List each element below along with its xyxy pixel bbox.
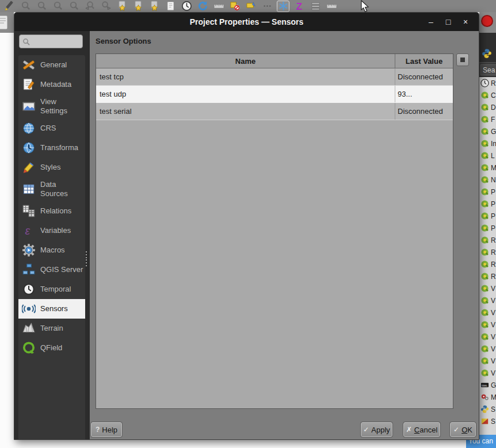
temporal-controller-icon[interactable] (180, 1, 193, 12)
zoom-native-icon[interactable] (51, 1, 64, 12)
processing-list-item[interactable]: V (479, 331, 496, 343)
measure-ruler-icon[interactable] (325, 1, 338, 12)
new-annotation-icon[interactable] (245, 1, 257, 12)
cell-name[interactable]: test tcp (96, 68, 395, 85)
processing-list-item[interactable]: C (479, 89, 496, 101)
processing-list-item[interactable]: P (479, 186, 496, 198)
sidebar-item-variables[interactable]: εVariables (18, 221, 85, 240)
qgis-icon (480, 260, 489, 269)
processing-list[interactable]: RCDFGInLMNPPPPRRRRVVVVVVVVGDALGMSS (479, 77, 496, 435)
sidebar-item-qfield[interactable]: QField (18, 338, 85, 358)
processing-search-value[interactable]: Sea (480, 64, 496, 75)
processing-list-item[interactable]: V (479, 355, 496, 367)
processing-list-item[interactable]: F (479, 113, 496, 125)
cell-last-value[interactable]: 93... (395, 86, 453, 102)
qgis-icon (480, 187, 489, 196)
processing-list-item[interactable]: V (479, 367, 496, 379)
processing-toolbox-icon[interactable] (277, 1, 289, 12)
processing-list-item[interactable]: R (479, 258, 496, 270)
zoom-next-icon[interactable] (100, 1, 112, 12)
saga-icon (480, 417, 489, 426)
right-panel-header (479, 33, 496, 62)
processing-list-item[interactable]: V (479, 282, 496, 294)
measure-icon[interactable] (212, 1, 225, 12)
map-tips-off-icon[interactable] (228, 1, 241, 12)
sidebar-item-temporal[interactable]: Temporal (18, 279, 85, 299)
close-button[interactable]: × (457, 15, 474, 29)
sidebar-item-metadata[interactable]: Metadata (18, 75, 85, 94)
processing-search-field[interactable]: Sea (479, 62, 496, 77)
table-row[interactable]: test udp93... (96, 86, 453, 103)
processing-list-item[interactable]: V (479, 319, 496, 331)
table-row[interactable]: test tcpDisconnected (96, 68, 453, 86)
processing-list-item[interactable]: V (479, 343, 496, 355)
processing-list-item[interactable]: L (479, 150, 496, 162)
processing-list-item[interactable]: GDALG (479, 379, 496, 391)
apply-button[interactable]: ✓Apply (361, 422, 392, 437)
minimize-button[interactable]: – (422, 15, 440, 29)
processing-list-item[interactable]: R (479, 234, 496, 246)
processing-list-item[interactable]: N (479, 174, 496, 186)
cell-last-value[interactable]: Disconnected (395, 103, 453, 120)
ok-button[interactable]: ✓OK (450, 422, 476, 437)
sidebar-item-sensors[interactable]: Sensors (18, 299, 85, 319)
svg-text:GDAL: GDAL (482, 384, 488, 387)
processing-list-item[interactable]: M (479, 162, 496, 174)
sidebar-item-label: Variables (40, 226, 84, 235)
column-header-name[interactable]: Name (96, 54, 395, 68)
zoom-in-icon[interactable] (19, 1, 32, 12)
sidebar-item-transforma[interactable]: Transforma (18, 138, 85, 158)
zoom-full-icon[interactable] (67, 1, 80, 12)
more-options-icon[interactable] (261, 1, 273, 12)
dialog-titlebar[interactable]: Project Properties — Sensors – □ × (14, 13, 479, 31)
processing-list-item[interactable]: P (479, 210, 496, 222)
processing-list-item[interactable]: V (479, 307, 496, 319)
sidebar-item-styles[interactable]: Styles (18, 158, 85, 177)
refresh-map-icon[interactable] (196, 1, 209, 12)
processing-list-item[interactable]: R (479, 270, 496, 282)
sidebar-search-input[interactable] (19, 35, 83, 48)
cell-name[interactable]: test serial (96, 103, 395, 120)
check-icon: ✓ (363, 426, 369, 434)
sidebar-item-macros[interactable]: Macros (18, 240, 85, 260)
processing-list-item[interactable]: P (479, 222, 496, 234)
processing-list-item[interactable]: S (479, 415, 496, 427)
qgis-icon (480, 139, 489, 148)
processing-list-item[interactable]: In (479, 137, 496, 150)
new-bookmark-icon[interactable] (116, 1, 128, 12)
table-settings-button[interactable] (456, 53, 469, 66)
cell-name[interactable]: test udp (96, 86, 395, 102)
processing-list-item[interactable]: M (479, 391, 496, 403)
sidebar-item-qgis-server[interactable]: QGIS Server (18, 260, 85, 279)
sidebar-item-relations[interactable]: Relations (18, 201, 85, 221)
decorations-icon[interactable]: Z (293, 1, 306, 12)
background-left-strip (0, 12, 14, 33)
edit-pen-icon[interactable] (3, 1, 16, 12)
processing-list-item[interactable]: S (479, 403, 496, 415)
processing-list-item[interactable]: V (479, 294, 496, 307)
table-row[interactable]: test serialDisconnected (96, 103, 453, 120)
maximize-button[interactable]: □ (440, 15, 457, 29)
processing-list-item[interactable]: D (479, 101, 496, 113)
processing-list-item[interactable]: P (479, 198, 496, 210)
processing-list-item[interactable]: G (479, 125, 496, 137)
processing-list-item[interactable]: R (479, 77, 496, 89)
sidebar-item-terrain[interactable]: Terrain (18, 319, 85, 338)
processing-list-item[interactable]: R (479, 246, 496, 258)
sidebar-item-crs[interactable]: CRS (18, 118, 85, 138)
sidebar-item-general[interactable]: General (18, 55, 85, 75)
cancel-button[interactable]: ✗Cancel (403, 422, 440, 437)
edit-bookmark-icon[interactable] (132, 1, 144, 12)
cell-last-value[interactable]: Disconnected (395, 68, 453, 85)
zoom-last-icon[interactable] (83, 1, 96, 12)
help-button[interactable]: ?Help (91, 422, 122, 437)
sidebar-item-view-settings[interactable]: View Settings (18, 94, 85, 118)
column-header-last-value[interactable]: Last Value (395, 54, 453, 68)
show-bookmarks-icon[interactable] (164, 1, 177, 12)
sidebar-item-data-sources[interactable]: Data Sources (18, 177, 85, 201)
layers-list-icon[interactable] (309, 1, 322, 12)
star-bookmark-icon[interactable] (148, 1, 161, 12)
zoom-out-icon[interactable] (35, 1, 48, 12)
table-header[interactable]: Name Last Value (96, 54, 453, 68)
splitter-handle[interactable] (85, 251, 88, 266)
